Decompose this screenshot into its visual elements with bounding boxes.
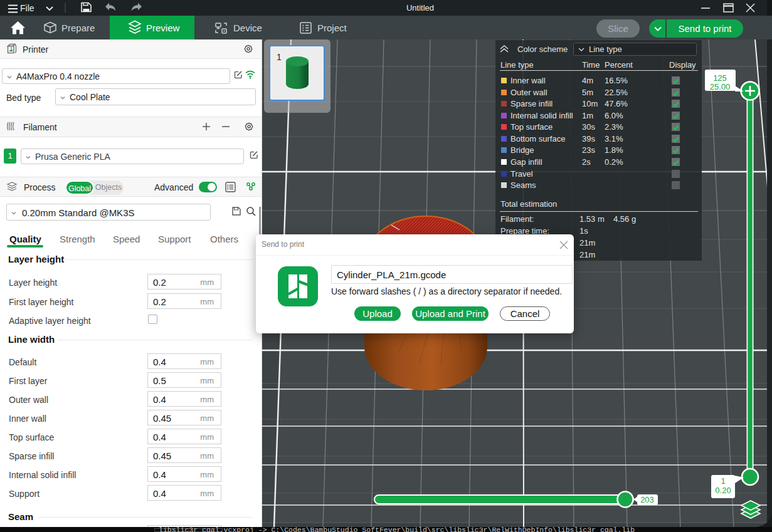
svg-text:Preview: Preview: [146, 23, 180, 33]
